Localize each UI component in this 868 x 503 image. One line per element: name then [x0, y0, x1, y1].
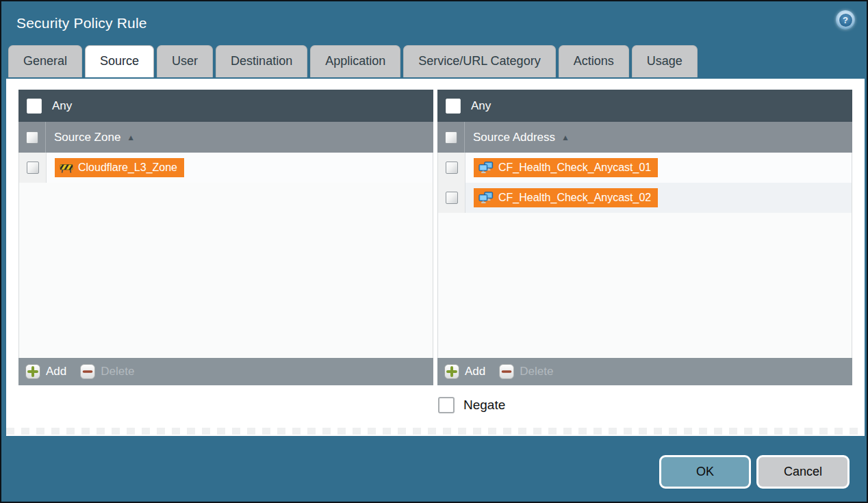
delete-icon [499, 364, 514, 379]
delete-button-label: Delete [520, 365, 553, 378]
tab-destination[interactable]: Destination [216, 45, 307, 77]
source-address-any-label: Any [471, 99, 491, 113]
zone-icon [60, 162, 73, 173]
add-icon [25, 364, 40, 379]
ok-button[interactable]: OK [659, 455, 751, 489]
source-zone-toolbar: Add Delete [18, 358, 433, 385]
delete-button-label: Delete [101, 365, 134, 378]
delete-button[interactable]: Delete [499, 364, 553, 379]
security-policy-rule-dialog: Security Policy Rule ? General Source Us… [0, 0, 868, 503]
address-icon [478, 162, 494, 174]
source-address-value: CF_Health_Check_Anycast_01 [498, 162, 651, 174]
source-address-select-all-checkbox[interactable] [445, 131, 457, 144]
tab-user[interactable]: User [157, 45, 213, 77]
negate-label: Negate [463, 398, 505, 413]
source-address-any-bar: Any [437, 90, 852, 122]
add-button-label: Add [465, 365, 485, 378]
source-address-panel: Any Source Address ▲ [437, 90, 852, 385]
source-zone-select-all-checkbox[interactable] [26, 131, 38, 144]
source-address-row-checkbox[interactable] [446, 192, 458, 204]
tab-application[interactable]: Application [310, 45, 400, 77]
table-row: Cloudflare_L3_Zone [19, 153, 433, 183]
tab-general[interactable]: General [8, 45, 82, 77]
source-zone-value-chip[interactable]: Cloudflare_L3_Zone [55, 158, 184, 177]
source-zone-column-header: Source Zone ▲ [18, 122, 433, 153]
source-zone-list: Cloudflare_L3_Zone [18, 153, 433, 358]
source-zone-value: Cloudflare_L3_Zone [78, 162, 177, 174]
source-zone-any-checkbox[interactable] [27, 99, 42, 114]
titlebar: Security Policy Rule [1, 1, 867, 45]
source-zone-panel: Any Source Zone ▲ [18, 90, 433, 385]
source-zone-row-checkbox[interactable] [27, 162, 39, 174]
source-zone-column-label[interactable]: Source Zone [54, 131, 120, 144]
negate-checkbox[interactable] [438, 397, 455, 413]
help-icon-glyph: ? [839, 14, 852, 27]
source-address-column-header: Source Address ▲ [437, 122, 852, 153]
source-address-row-checkbox[interactable] [446, 162, 458, 174]
tab-service-url-category[interactable]: Service/URL Category [403, 45, 555, 77]
add-button-label: Add [46, 365, 66, 378]
dialog-title: Security Policy Rule [16, 15, 147, 31]
source-address-value: CF_Health_Check_Anycast_02 [498, 192, 651, 204]
tab-source[interactable]: Source [85, 45, 154, 77]
source-address-toolbar: Add Delete [437, 358, 852, 385]
add-button[interactable]: Add [444, 364, 485, 379]
help-icon[interactable]: ? [836, 10, 855, 29]
source-address-list: CF_Health_Check_Anycast_01 [437, 153, 852, 358]
sort-ascending-icon[interactable]: ▲ [127, 133, 135, 142]
sort-ascending-icon[interactable]: ▲ [561, 133, 570, 142]
source-address-any-checkbox[interactable] [446, 99, 461, 114]
source-address-column-label[interactable]: Source Address [473, 131, 555, 144]
source-address-value-chip[interactable]: CF_Health_Check_Anycast_01 [474, 158, 658, 177]
tab-bar: General Source User Destination Applicat… [1, 45, 867, 77]
tab-usage[interactable]: Usage [632, 45, 698, 77]
negate-row: Negate [438, 397, 505, 413]
source-zone-any-label: Any [52, 99, 72, 113]
cancel-button[interactable]: Cancel [756, 455, 850, 489]
address-icon [478, 192, 494, 204]
tab-content-source: Any Source Zone ▲ [6, 79, 865, 436]
tab-actions[interactable]: Actions [559, 45, 629, 77]
add-icon [444, 364, 459, 379]
delete-button[interactable]: Delete [80, 364, 134, 379]
delete-icon [80, 364, 95, 379]
add-button[interactable]: Add [25, 364, 66, 379]
table-row: CF_Health_Check_Anycast_02 [438, 183, 852, 213]
source-address-value-chip[interactable]: CF_Health_Check_Anycast_02 [474, 188, 658, 207]
table-row: CF_Health_Check_Anycast_01 [438, 153, 852, 183]
source-zone-any-bar: Any [18, 90, 433, 122]
